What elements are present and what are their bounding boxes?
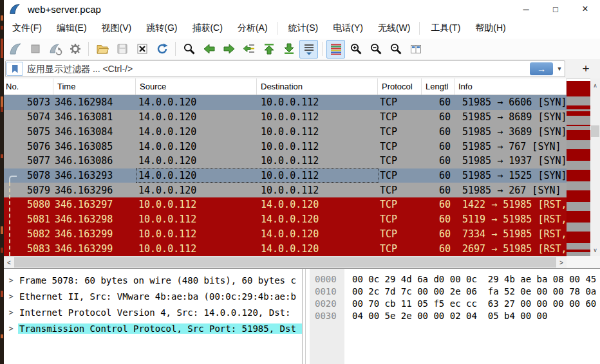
expand-chevron-icon[interactable]: > <box>4 308 18 317</box>
menu-analyze[interactable]: 分析(A) <box>231 19 274 37</box>
zoom-out-icon[interactable] <box>366 40 385 59</box>
packet-source: 10.0.0.112 <box>136 199 257 210</box>
expand-chevron-icon[interactable]: > <box>4 276 18 285</box>
stop-capture-icon[interactable] <box>26 40 44 59</box>
packet-row[interactable]: 5073 346.162984 14.0.0.120 10.0.0.112 TC… <box>4 95 567 110</box>
scroll-left-icon[interactable]: < <box>4 259 14 266</box>
zoom-normal-icon[interactable] <box>386 40 405 59</box>
expand-chevron-icon[interactable]: > <box>4 324 18 333</box>
packet-source: 14.0.0.120 <box>136 111 257 123</box>
packet-protocol: TCP <box>378 126 422 138</box>
scroll-up-icon[interactable]: ∧ <box>590 82 600 89</box>
resize-columns-icon[interactable] <box>406 40 425 59</box>
hex-row[interactable]: 0030 04 00 5e 2e 00 00 02 04 05 b4 00 00 <box>306 310 600 322</box>
column-header-source[interactable]: Source <box>136 78 257 95</box>
add-filter-button[interactable]: + <box>578 62 594 76</box>
save-file-icon[interactable] <box>113 40 131 59</box>
capture-options-gear-icon[interactable] <box>66 40 84 59</box>
packet-row[interactable]: 5081 346.163298 10.0.0.112 14.0.0.120 TC… <box>4 212 567 227</box>
auto-scroll-icon[interactable] <box>299 40 318 59</box>
packet-row[interactable]: 5080 346.163297 10.0.0.112 14.0.0.120 TC… <box>4 197 567 212</box>
minimize-button[interactable]: ─ <box>511 0 541 18</box>
scroll-down-icon[interactable]: ∨ <box>590 247 600 253</box>
menu-help[interactable]: 帮助(H) <box>469 19 512 37</box>
go-to-bottom-icon[interactable] <box>279 40 298 59</box>
detail-row[interactable]: > Ethernet II, Src: VMware_4b:ae:ba (00:… <box>4 288 302 304</box>
packet-destination: 10.0.0.112 <box>257 126 378 138</box>
column-header-no[interactable]: No. <box>4 78 53 95</box>
zoom-in-icon[interactable] <box>346 40 365 59</box>
packet-row[interactable]: 5074 346.163081 14.0.0.120 10.0.0.112 TC… <box>4 110 567 125</box>
display-filter-input[interactable] <box>23 64 530 74</box>
hex-row[interactable]: 0010 00 2c 7d 7c 00 00 2e 06 fa 52 0e 00… <box>306 286 600 298</box>
menu-file[interactable]: 文件(F) <box>6 19 48 37</box>
menu-tools[interactable]: 工具(T) <box>424 19 467 37</box>
column-header-time[interactable]: Time <box>53 78 136 95</box>
expand-chevron-icon[interactable]: > <box>4 292 18 301</box>
menu-capture[interactable]: 捕获(C) <box>185 19 229 37</box>
packet-no: 5080 <box>4 199 53 210</box>
packet-row[interactable]: 5076 346.163085 14.0.0.120 10.0.0.112 TC… <box>4 139 567 154</box>
packet-length: 60 <box>422 96 455 108</box>
vertical-scrollbar-thumb[interactable] <box>591 125 599 137</box>
hex-offset: 0010 <box>310 286 344 298</box>
horizontal-scrollbar-thumb[interactable] <box>14 257 556 268</box>
packet-time: 346.163084 <box>53 126 136 138</box>
menu-telephony[interactable]: 电话(Y) <box>326 19 370 37</box>
menu-statistics[interactable]: 统计(S) <box>282 19 325 37</box>
detail-row[interactable]: > Frame 5078: 60 bytes on wire (480 bits… <box>4 272 302 288</box>
detail-text: Transmission Control Protocol, Src Port:… <box>18 323 302 334</box>
column-header-destination[interactable]: Destination <box>257 78 378 95</box>
packet-row[interactable]: 5082 346.163299 10.0.0.112 14.0.0.120 TC… <box>4 226 567 241</box>
colorize-packets-icon[interactable] <box>326 40 345 59</box>
packet-info: 51985 → 8689 [SYN] <box>455 111 567 123</box>
packet-row[interactable]: 5075 346.163084 14.0.0.120 10.0.0.112 TC… <box>4 124 567 139</box>
column-header-info[interactable]: Info <box>455 78 567 95</box>
filter-bookmark-button[interactable] <box>6 62 23 76</box>
go-forward-icon[interactable] <box>220 40 238 59</box>
find-packet-icon[interactable] <box>180 40 198 59</box>
restart-capture-icon[interactable] <box>46 40 64 59</box>
go-back-icon[interactable] <box>200 40 218 59</box>
vertical-scrollbar[interactable]: ∧ ∨ <box>590 78 600 256</box>
packet-no: 5079 <box>4 185 53 196</box>
close-file-icon[interactable] <box>133 40 151 59</box>
detail-row[interactable]: > Internet Protocol Version 4, Src: 14.0… <box>4 304 302 320</box>
go-to-packet-icon[interactable] <box>239 40 258 59</box>
apply-filter-button[interactable]: → <box>530 62 553 75</box>
packet-time: 346.163299 <box>53 228 136 240</box>
column-header-protocol[interactable]: Protocol <box>378 78 422 95</box>
packet-info: 5119 → 51985 [RST, <box>455 214 567 225</box>
packet-no: 5078 <box>4 170 53 181</box>
hex-row[interactable]: 0000 00 0c 29 4d 6a d0 00 0c 29 4b ae ba… <box>306 273 600 286</box>
menu-wireless[interactable]: 无线(W) <box>371 19 417 37</box>
column-header-length[interactable]: Lengtl <box>422 78 455 95</box>
detail-row[interactable]: > Transmission Control Protocol, Src Por… <box>4 320 302 336</box>
maximize-button[interactable]: □ <box>541 0 570 18</box>
packet-row[interactable]: 5083 346.163299 10.0.0.112 14.0.0.120 TC… <box>4 241 567 256</box>
packet-time: 346.163085 <box>53 141 136 152</box>
packet-source: 14.0.0.120 <box>136 96 257 108</box>
hex-bytes: 00 70 cb 11 05 f5 ec cc 63 27 00 00 00 0… <box>352 298 596 310</box>
go-to-top-icon[interactable] <box>259 40 278 59</box>
hex-row[interactable]: 0020 00 70 cb 11 05 f5 ec cc 63 27 00 00… <box>306 298 600 310</box>
scroll-right-icon[interactable]: > <box>556 259 567 266</box>
packet-minimap[interactable] <box>567 81 590 256</box>
packet-row[interactable]: 5077 346.163086 14.0.0.120 10.0.0.112 TC… <box>4 154 567 168</box>
filter-dropdown-caret[interactable]: ▼ <box>554 62 565 75</box>
hex-bytes: 00 2c 7d 7c 00 00 2e 06 fa 52 0e 00 00 7… <box>352 286 596 298</box>
menu-separator <box>419 22 420 35</box>
packet-row[interactable]: 5078 346.163293 14.0.0.120 10.0.0.112 TC… <box>4 168 567 183</box>
close-button[interactable]: × <box>570 0 600 18</box>
packet-time: 346.163296 <box>53 185 136 196</box>
packet-bytes-pane[interactable]: 0000 00 0c 29 4d 6a d0 00 0c 29 4b ae ba… <box>305 269 600 364</box>
open-file-folder-icon[interactable] <box>93 40 111 59</box>
menu-view[interactable]: 视图(V) <box>95 19 138 37</box>
reload-file-icon[interactable] <box>153 40 171 59</box>
horizontal-scrollbar[interactable]: < > <box>4 256 567 268</box>
packet-source: 10.0.0.112 <box>136 243 257 255</box>
menu-edit[interactable]: 编辑(E) <box>50 19 93 37</box>
start-capture-icon[interactable] <box>6 40 24 59</box>
packet-row[interactable]: 5079 346.163296 14.0.0.120 10.0.0.112 TC… <box>4 183 567 197</box>
menu-go[interactable]: 跳转(G) <box>140 19 183 37</box>
